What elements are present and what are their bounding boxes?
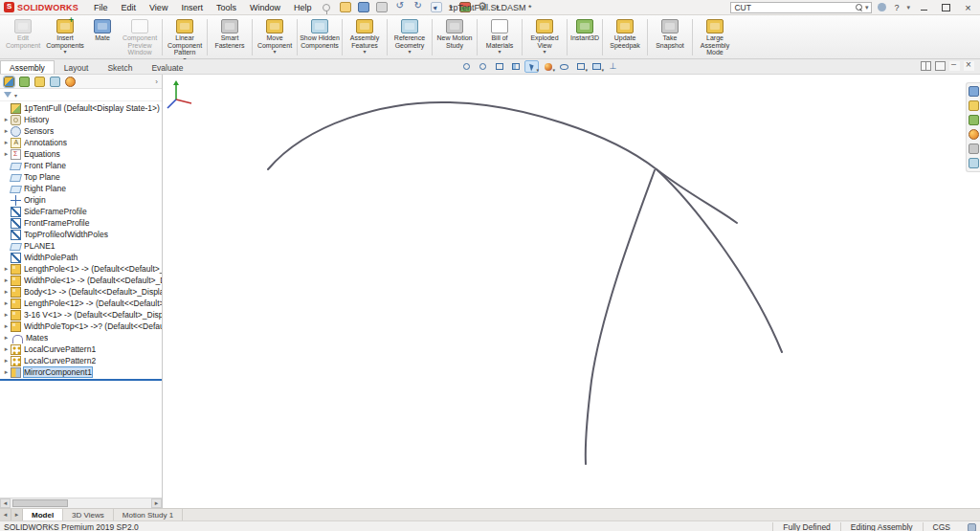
tab-layout[interactable]: Layout xyxy=(55,60,99,74)
propertymanager-icon[interactable] xyxy=(19,77,30,87)
mate-button[interactable]: Mate xyxy=(86,16,119,58)
featuremanager-tree-icon[interactable] xyxy=(4,77,14,87)
options-dropdown-caret-icon[interactable]: ▾ xyxy=(496,4,500,11)
redo-icon[interactable] xyxy=(412,2,424,12)
tab-assembly[interactable]: Assembly xyxy=(0,60,55,74)
display-pane-icon[interactable] xyxy=(935,61,946,71)
appearances-icon[interactable] xyxy=(969,129,979,140)
menu-edit[interactable]: Edit xyxy=(116,2,143,13)
tree-item-history[interactable]: History xyxy=(0,114,162,125)
tab-sketch[interactable]: Sketch xyxy=(98,60,142,74)
tree-item-frontframeprofile[interactable]: FrontFrameProfile xyxy=(0,217,162,229)
tree-item-sideframeprofile[interactable]: SideFrameProfile xyxy=(0,206,162,217)
tree-item-mirrorcomponent1[interactable]: MirrorComponent1 xyxy=(0,366,162,378)
expand-caret-icon[interactable] xyxy=(2,311,11,319)
help-button[interactable]: ? xyxy=(892,3,901,12)
tab-3d-views[interactable]: 3D Views xyxy=(63,509,114,520)
restore-button[interactable] xyxy=(938,2,954,13)
insert-components-caret-icon[interactable]: ▾ xyxy=(63,49,66,55)
expand-caret-icon[interactable] xyxy=(2,127,11,135)
tree-item-mates[interactable]: Mates xyxy=(0,332,162,343)
tree-item-front-plane[interactable]: Front Plane xyxy=(0,160,162,171)
options-gear-icon[interactable] xyxy=(478,2,489,12)
tree-item-widthpolepath[interactable]: WidthPolePath xyxy=(0,252,162,263)
expand-caret-icon[interactable] xyxy=(2,368,11,376)
show-hidden-components-button[interactable]: Show Hidden Components xyxy=(299,16,341,58)
graphics-viewport[interactable] xyxy=(163,75,980,508)
zoom-to-fit-icon[interactable] xyxy=(459,60,474,73)
menu-window[interactable]: Window xyxy=(244,2,286,13)
tree-item-widthpole-1[interactable]: WidthPole<1> -> (Default<<Default>_Displ… xyxy=(0,275,162,286)
view-palette-icon[interactable] xyxy=(969,115,979,125)
expand-caret-icon[interactable] xyxy=(2,288,11,296)
status-units-cgs[interactable]: CGS xyxy=(923,522,960,531)
bill-of-materials-caret-icon[interactable]: ▾ xyxy=(498,49,501,55)
menu-help[interactable]: Help xyxy=(288,2,318,13)
exploded-view-button[interactable]: Exploded View ▾ xyxy=(523,16,566,58)
expand-caret-icon[interactable] xyxy=(2,345,11,353)
reference-geometry-button[interactable]: Reference Geometry ▾ xyxy=(389,16,431,58)
display-style-icon[interactable]: ▾ xyxy=(573,60,588,73)
tree-item-localcurvepattern1[interactable]: LocalCurvePattern1 xyxy=(0,343,162,355)
tab-scroll-right-icon[interactable]: ▸ xyxy=(11,509,23,520)
expand-caret-icon[interactable] xyxy=(2,334,11,342)
search-input[interactable]: CUT ▾ xyxy=(730,2,872,13)
normal-to-icon[interactable]: ⊥ xyxy=(606,60,620,73)
edit-appearance-icon[interactable]: ▾ xyxy=(541,60,555,73)
configurationmanager-icon[interactable] xyxy=(34,77,45,87)
filter-caret-icon[interactable]: ▾ xyxy=(14,92,17,99)
expand-caret-icon[interactable] xyxy=(2,277,11,284)
custom-properties-icon[interactable] xyxy=(969,144,979,154)
expand-caret-icon[interactable] xyxy=(2,139,11,146)
expand-caret-icon[interactable] xyxy=(2,265,11,273)
search-caret-icon[interactable]: ▾ xyxy=(865,4,869,11)
menu-tools[interactable]: Tools xyxy=(211,2,242,13)
select-dropdown-caret-icon[interactable]: ▾ xyxy=(449,4,453,11)
minimize-button[interactable] xyxy=(916,2,932,13)
tab-model[interactable]: Model xyxy=(23,509,63,520)
tree-item-origin[interactable]: Origin xyxy=(0,194,162,206)
tree-item-annotations[interactable]: Annotations xyxy=(0,137,162,148)
zoom-to-area-icon[interactable] xyxy=(476,60,490,73)
edit-component-button[interactable]: Edit Component xyxy=(2,16,44,58)
displaymanager-icon[interactable] xyxy=(65,77,76,87)
rebuild-icon[interactable] xyxy=(459,2,471,12)
panel-flyout-chevron-icon[interactable]: › xyxy=(155,77,158,86)
view-orientation-icon[interactable]: ▾ xyxy=(524,60,539,73)
expand-caret-icon[interactable] xyxy=(2,357,11,365)
close-button[interactable] xyxy=(960,2,976,13)
tree-item-3-16v-1[interactable]: 3-16 V<1> -> (Default<<Default>_Display … xyxy=(0,309,162,321)
user-account-icon[interactable] xyxy=(878,3,886,11)
tree-item-localcurvepattern2[interactable]: LocalCurvePattern2 xyxy=(0,355,162,366)
view-settings-icon[interactable]: ▾ xyxy=(590,60,604,73)
tree-horizontal-scrollbar[interactable]: ◂ ▸ xyxy=(0,498,162,508)
take-snapshot-button[interactable]: Take Snapshot xyxy=(649,16,691,58)
exploded-view-caret-icon[interactable]: ▾ xyxy=(543,49,546,55)
move-component-caret-icon[interactable]: ▾ xyxy=(273,49,276,55)
status-toggle-icon[interactable] xyxy=(968,523,976,531)
hide-show-items-icon[interactable] xyxy=(557,60,571,73)
previous-view-icon[interactable] xyxy=(492,60,506,73)
select-arrow-icon[interactable] xyxy=(431,2,442,12)
tree-item-widthpoletop-1[interactable]: WidthPoleTop<1> ->? (Default<<Default>_D… xyxy=(0,321,162,332)
dimxpertmanager-icon[interactable] xyxy=(50,77,60,87)
tree-item-body-1[interactable]: Body<1> -> (Default<<Default>_Display St… xyxy=(0,286,162,298)
minimize-pane-icon[interactable] xyxy=(949,61,960,71)
component-preview-window-button[interactable]: Component Preview Window xyxy=(119,16,161,58)
instant3d-button[interactable]: Instant3D xyxy=(568,16,601,58)
move-component-button[interactable]: Move Component ▾ xyxy=(254,16,296,58)
pin-menu-icon[interactable] xyxy=(323,4,330,11)
tab-scroll-left-icon[interactable]: ◂ xyxy=(0,509,11,520)
filter-funnel-icon[interactable] xyxy=(4,92,11,98)
bill-of-materials-button[interactable]: Bill of Materials ▾ xyxy=(479,16,521,58)
scrollbar-thumb[interactable] xyxy=(12,499,68,507)
linear-component-pattern-button[interactable]: Linear Component Pattern ▾ xyxy=(164,16,206,58)
design-library-icon[interactable] xyxy=(969,86,979,97)
file-explorer-icon[interactable] xyxy=(969,100,979,111)
tree-item-sensors[interactable]: Sensors xyxy=(0,125,162,137)
help-caret-icon[interactable]: ▾ xyxy=(906,4,910,11)
section-view-icon[interactable] xyxy=(508,60,523,73)
menu-file[interactable]: File xyxy=(88,2,114,13)
print-icon[interactable] xyxy=(376,2,388,12)
tab-motion-study-1[interactable]: Motion Study 1 xyxy=(114,509,183,520)
